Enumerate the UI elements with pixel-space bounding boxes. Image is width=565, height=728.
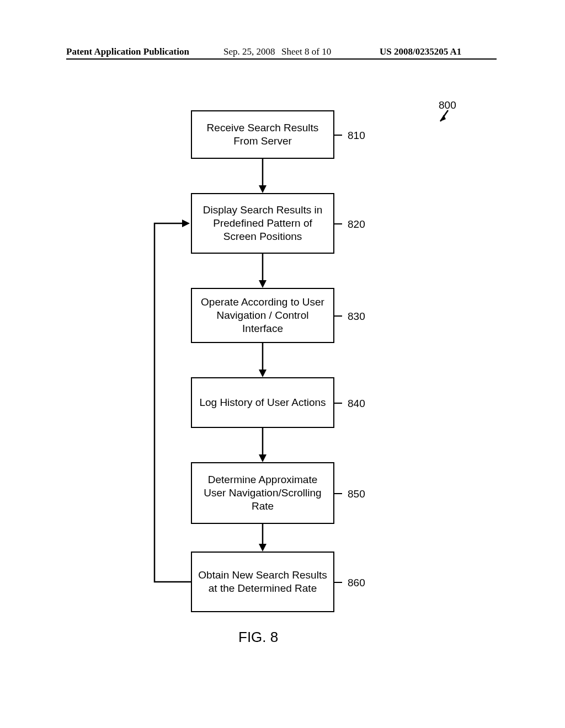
flowchart: 800 Receive Search Results From Server 8… xyxy=(0,94,565,645)
ref-810: 810 xyxy=(348,130,365,142)
ref-800-pointer xyxy=(436,109,458,131)
header-date: Sep. 25, 2008 xyxy=(223,46,275,57)
arrow-810-820 xyxy=(252,159,274,197)
tick-810 xyxy=(334,135,342,136)
box-810-text: Receive Search Results From Server xyxy=(196,121,329,148)
svg-marker-3 xyxy=(259,185,266,193)
header-rule xyxy=(66,58,497,60)
arrow-loop-back xyxy=(143,212,364,609)
header-left: Patent Application Publication xyxy=(66,46,189,57)
header-pub: US 2008/0235205 A1 xyxy=(380,46,461,57)
box-810: Receive Search Results From Server xyxy=(191,110,334,159)
page: Patent Application Publication Sep. 25, … xyxy=(0,0,565,728)
header-sheet: Sheet 8 of 10 xyxy=(281,46,331,57)
svg-marker-12 xyxy=(182,220,190,227)
figure-caption: FIG. 8 xyxy=(238,629,278,646)
